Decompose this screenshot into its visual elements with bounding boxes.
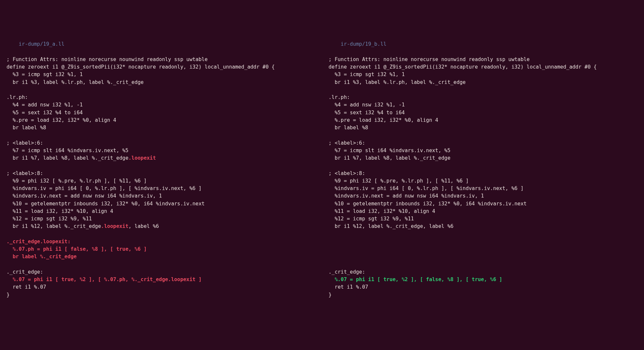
code-segment: define zeroext i1 @_Z9is_sortedPii(i32* … xyxy=(329,64,597,70)
code-line xyxy=(329,86,644,94)
code-line: %12 = icmp sgt i32 %9, %11 xyxy=(329,215,644,223)
code-line: ; <label>:6: xyxy=(329,139,644,147)
code-line: br label %8 xyxy=(329,124,644,132)
code-segment: %10 = getelementptr inbounds i32, i32* %… xyxy=(329,201,527,207)
diff-added-segment: %.07 = phi i1 [ true, %2 ], [ false, %8 … xyxy=(329,277,502,282)
code-line: define zeroext i1 @_Z9is_sortedPii(i32* … xyxy=(7,63,322,71)
code-segment: %4 = add nsw i32 %1, -1 xyxy=(329,102,405,108)
code-segment: %3 = icmp sgt i32 %1, 1 xyxy=(329,72,405,77)
code-line: %4 = add nsw i32 %1, -1 xyxy=(329,101,644,109)
code-line xyxy=(329,261,644,268)
diff-removed-segment: %.07 = phi i1 [ true, %2 ], [ %.07.ph, %… xyxy=(7,277,201,282)
code-segment: %3 = icmp sgt i32 %1, 1 xyxy=(7,72,83,77)
right-filename: ir-dump/19_b.ll xyxy=(341,41,386,47)
left-code-body: ; Function Attrs: noinline norecurse nou… xyxy=(7,56,322,299)
code-line xyxy=(329,162,644,169)
code-line: %.07 = phi i1 [ true, %2 ], [ false, %8 … xyxy=(329,276,644,283)
code-segment: br i1 %7, label %8, label %._crit_edge xyxy=(329,155,450,161)
left-filename: ir-dump/19_a.ll xyxy=(19,41,64,47)
code-segment: ; <label>:8: xyxy=(329,170,365,176)
code-line xyxy=(7,261,322,268)
code-line: ; <label>:6: xyxy=(7,139,322,147)
code-line: %9 = phi i32 [ %.pre, %.lr.ph ], [ %11, … xyxy=(329,177,644,185)
code-segment: %11 = load i32, i32* %10, align 4 xyxy=(7,208,113,214)
code-line xyxy=(7,86,322,94)
code-line xyxy=(329,246,644,253)
code-line: %.pre = load i32, i32* %0, align 4 xyxy=(329,117,644,124)
code-line: br label %._crit_edge xyxy=(7,253,322,261)
code-line: br i1 %7, label %8, label %._crit_edge xyxy=(329,154,644,162)
code-segment: %5 = sext i32 %4 to i64 xyxy=(7,110,83,116)
code-segment: %10 = getelementptr inbounds i32, i32* %… xyxy=(7,201,205,207)
code-segment: br i1 %12, label %._crit_edge xyxy=(7,223,101,229)
code-line: br i1 %7, label %8, label %._crit_edge.l… xyxy=(7,154,322,162)
code-line: ret i1 %.07 xyxy=(329,283,644,291)
code-segment: %.pre = load i32, i32* %0, align 4 xyxy=(7,117,116,123)
code-line: %.pre = load i32, i32* %0, align 4 xyxy=(7,117,322,124)
code-line: %11 = load i32, i32* %10, align 4 xyxy=(7,208,322,215)
code-segment: ; <label>:6: xyxy=(329,140,365,146)
diff-container: ir-dump/19_a.ll ; Function Attrs: noinli… xyxy=(0,33,644,314)
code-segment: .lr.ph: xyxy=(329,94,350,100)
code-line: %7 = icmp slt i64 %indvars.iv.next, %5 xyxy=(329,147,644,154)
code-segment: , label %6 xyxy=(128,223,159,229)
code-line: ; <label>:8: xyxy=(7,170,322,177)
code-line: %indvars.iv.next = add nuw nsw i64 %indv… xyxy=(7,192,322,200)
code-segment: ._crit_edge: xyxy=(329,269,365,275)
code-segment: br i1 %12, label %._crit_edge, label %6 xyxy=(329,223,454,229)
code-line: .lr.ph: xyxy=(329,94,644,101)
code-line: %9 = phi i32 [ %.pre, %.lr.ph ], [ %11, … xyxy=(7,177,322,185)
code-segment: ; <label>:6: xyxy=(7,140,43,146)
code-line: %.07.ph = phi i1 [ false, %8 ], [ true, … xyxy=(7,246,322,253)
code-segment: %7 = icmp slt i64 %indvars.iv.next, %5 xyxy=(329,148,450,153)
diff-removed-segment: ._crit_edge.loopexit: xyxy=(7,239,71,245)
code-line: %12 = icmp sgt i32 %9, %11 xyxy=(7,215,322,223)
code-segment: %indvars.iv.next = add nuw nsw i64 %indv… xyxy=(329,193,484,199)
code-segment: %9 = phi i32 [ %.pre, %.lr.ph ], [ %11, … xyxy=(329,178,469,184)
code-segment: %.pre = load i32, i32* %0, align 4 xyxy=(329,117,438,123)
code-segment: %5 = sext i32 %4 to i64 xyxy=(329,110,405,116)
code-line: br label %8 xyxy=(7,124,322,132)
diff-removed-segment: br label %._crit_edge xyxy=(7,254,77,260)
diff-left-pane: ir-dump/19_a.ll ; Function Attrs: noinli… xyxy=(0,33,322,314)
code-line: .lr.ph: xyxy=(7,94,322,101)
code-segment: br label %8 xyxy=(329,125,368,131)
code-line: %indvars.iv = phi i64 [ 0, %.lr.ph ], [ … xyxy=(329,185,644,192)
code-segment: %11 = load i32, i32* %10, align 4 xyxy=(329,208,435,214)
code-segment: %4 = add nsw i32 %1, -1 xyxy=(7,102,83,108)
code-segment: ; Function Attrs: noinline norecurse nou… xyxy=(7,56,208,62)
code-segment: define zeroext i1 @_Z9is_sortedPii(i32* … xyxy=(7,64,275,70)
code-segment: %12 = icmp sgt i32 %9, %11 xyxy=(7,216,92,222)
code-segment: ret i1 %.07 xyxy=(329,284,368,290)
code-line: br i1 %12, label %._crit_edge, label %6 xyxy=(329,223,644,230)
code-line xyxy=(329,253,644,261)
code-segment: %9 = phi i32 [ %.pre, %.lr.ph ], [ %11, … xyxy=(7,178,147,184)
right-code-body: ; Function Attrs: noinline norecurse nou… xyxy=(329,56,644,299)
code-line xyxy=(329,238,644,246)
code-line: %5 = sext i32 %4 to i64 xyxy=(7,109,322,117)
code-line xyxy=(329,231,644,238)
code-segment: .lr.ph: xyxy=(7,94,28,100)
code-line: ._crit_edge.loopexit: xyxy=(7,238,322,246)
code-line: %7 = icmp slt i64 %indvars.iv.next, %5 xyxy=(7,147,322,154)
code-line: ret i1 %.07 xyxy=(7,283,322,291)
code-segment: %7 = icmp slt i64 %indvars.iv.next, %5 xyxy=(7,148,128,153)
code-segment: br i1 %3, label %.lr.ph, label %._crit_e… xyxy=(7,79,144,85)
code-line: ._crit_edge: xyxy=(7,268,322,276)
code-segment: ; Function Attrs: noinline norecurse nou… xyxy=(329,56,530,62)
code-segment: br i1 %7, label %8, label %._crit_edge xyxy=(7,155,128,161)
code-line: ; Function Attrs: noinline norecurse nou… xyxy=(329,56,644,63)
code-line: %4 = add nsw i32 %1, -1 xyxy=(7,101,322,109)
code-line: %10 = getelementptr inbounds i32, i32* %… xyxy=(7,200,322,208)
code-line: ._crit_edge: xyxy=(329,268,644,276)
diff-removed-segment: .loopexit xyxy=(128,155,156,161)
code-line: %3 = icmp sgt i32 %1, 1 xyxy=(329,71,644,78)
code-line: ; <label>:8: xyxy=(329,170,644,177)
diff-removed-segment: .loopexit xyxy=(101,223,128,229)
code-line: br i1 %3, label %.lr.ph, label %._crit_e… xyxy=(7,79,322,86)
code-segment: } xyxy=(7,292,9,298)
code-line: %indvars.iv.next = add nuw nsw i64 %indv… xyxy=(329,192,644,200)
diff-right-pane: ir-dump/19_b.ll ; Function Attrs: noinli… xyxy=(322,33,644,314)
code-segment: %indvars.iv = phi i64 [ 0, %.lr.ph ], [ … xyxy=(329,185,523,191)
code-segment: %indvars.iv = phi i64 [ 0, %.lr.ph ], [ … xyxy=(7,185,201,191)
